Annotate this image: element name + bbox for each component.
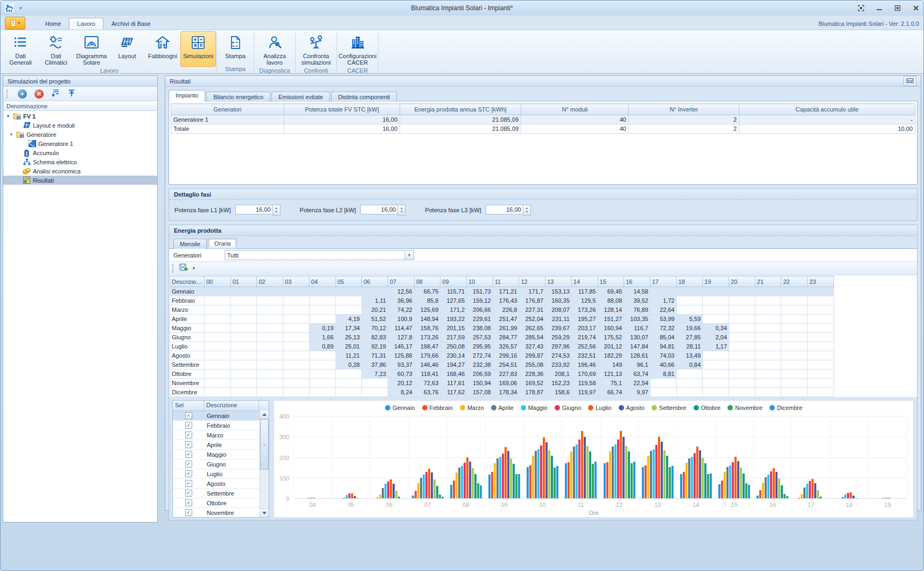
hour-column-header[interactable]: 02 [257, 276, 283, 287]
legend-item[interactable]: Novembre [727, 405, 762, 411]
hour-value-cell[interactable]: 116,7 [624, 324, 650, 333]
hour-value-cell[interactable]: 96,1 [624, 360, 650, 370]
hour-value-cell[interactable]: 66,75 [414, 287, 440, 296]
month-checkbox[interactable]: ✓ [185, 470, 192, 477]
hour-value-cell[interactable] [230, 370, 257, 379]
month-checkbox[interactable]: ✓ [185, 490, 192, 497]
hour-value-cell[interactable]: 151,73 [467, 287, 493, 296]
hour-value-cell[interactable] [335, 287, 362, 296]
month-row-label[interactable]: Novembre [170, 379, 205, 388]
hour-value-cell[interactable] [781, 388, 808, 397]
month-row-label[interactable]: Agosto [170, 351, 205, 360]
tree-node-risultati[interactable]: Risultati [3, 176, 157, 185]
tree-column-header[interactable]: Denominazione [3, 101, 157, 111]
hour-value-cell[interactable]: 145,17 [388, 342, 414, 351]
hour-value-cell[interactable] [309, 379, 335, 388]
hour-column-header[interactable]: 00 [205, 276, 231, 287]
hour-value-cell[interactable]: 252,04 [519, 315, 545, 324]
hour-value-cell[interactable]: 208,1 [545, 370, 572, 379]
inverter-cell[interactable]: 2 [629, 115, 739, 124]
hour-value-cell[interactable] [257, 370, 283, 379]
hour-value-cell[interactable]: 170,69 [571, 370, 598, 379]
month-row-label[interactable]: Maggio [170, 324, 205, 333]
hour-column-header[interactable]: 19 [703, 276, 729, 287]
hour-value-cell[interactable] [205, 351, 231, 360]
potenza-cell[interactable]: 16,00 [284, 115, 400, 124]
legend-item[interactable]: Agosto [619, 405, 645, 411]
hour-value-cell[interactable] [703, 305, 729, 315]
hour-value-cell[interactable] [808, 296, 834, 305]
month-row-label[interactable]: Marzo [170, 305, 205, 315]
accumulo-cell[interactable]: - [739, 115, 915, 124]
hour-value-cell[interactable]: 148,94 [414, 315, 440, 324]
hour-value-cell[interactable]: 252,56 [571, 342, 598, 351]
hour-value-cell[interactable] [309, 315, 335, 324]
hour-value-cell[interactable]: 206,59 [467, 370, 493, 379]
hour-value-cell[interactable]: 13,49 [676, 351, 703, 360]
hour-value-cell[interactable]: 117,62 [440, 388, 467, 397]
hour-value-cell[interactable] [283, 342, 310, 351]
hour-value-cell[interactable]: 254,51 [493, 360, 519, 370]
month-row[interactable]: Ottobre7,2360,73118,41168,46206,59227,83… [170, 370, 834, 379]
hour-value-cell[interactable]: 179,66 [414, 351, 440, 360]
hour-value-cell[interactable] [283, 305, 310, 315]
hour-value-cell[interactable]: 36,96 [388, 296, 414, 305]
fabbisogni-button[interactable]: Fabbisogni [145, 31, 180, 67]
hour-value-cell[interactable] [808, 370, 834, 379]
dati-generali-button[interactable]: Dati Generali [3, 31, 38, 67]
hour-value-cell[interactable] [729, 324, 755, 333]
hour-value-cell[interactable] [230, 305, 257, 315]
hour-value-cell[interactable]: 88,08 [598, 296, 624, 305]
hour-value-cell[interactable] [257, 315, 283, 324]
hour-value-cell[interactable]: 27,85 [676, 333, 703, 342]
hour-value-cell[interactable] [781, 360, 808, 370]
hour-value-cell[interactable]: 115,71 [440, 287, 467, 296]
hour-value-cell[interactable]: 11,21 [335, 351, 362, 360]
hour-value-cell[interactable]: 8,81 [650, 370, 676, 379]
hour-value-cell[interactable]: 40,66 [650, 360, 676, 370]
hour-value-cell[interactable] [755, 370, 781, 379]
column-header-energia-annua[interactable]: Energia prodotta annua STC [kWh] [400, 104, 521, 115]
hour-value-cell[interactable] [205, 324, 231, 333]
column-header-n-moduli[interactable]: N° moduli [521, 104, 629, 115]
hour-value-cell[interactable] [755, 324, 781, 333]
legend-item[interactable]: Ottobre [694, 405, 721, 411]
legend-item[interactable]: Settembre [652, 405, 687, 411]
hour-value-cell[interactable]: 72,63 [414, 379, 440, 388]
hour-value-cell[interactable]: 171,2 [440, 305, 467, 315]
hour-value-cell[interactable] [283, 315, 310, 324]
hour-value-cell[interactable]: 70,12 [362, 324, 388, 333]
hour-value-cell[interactable] [650, 388, 676, 397]
month-checkbox[interactable]: ✓ [185, 451, 192, 458]
hour-value-cell[interactable]: 14,58 [624, 287, 650, 296]
month-list-row[interactable]: ✓Novembre [173, 508, 269, 518]
hour-value-cell[interactable] [257, 333, 283, 342]
hour-value-cell[interactable] [230, 324, 257, 333]
hour-value-cell[interactable]: 17,34 [335, 324, 362, 333]
hour-value-cell[interactable]: 227,83 [493, 370, 519, 379]
month-checkbox[interactable]: ✓ [185, 422, 192, 429]
spinner-buttons[interactable]: ▲▼ [272, 205, 281, 215]
hour-value-cell[interactable]: 159,12 [467, 296, 493, 305]
month-list-row[interactable]: ✓Febbraio [173, 421, 269, 430]
legend-item[interactable]: Aprile [491, 405, 514, 411]
hour-column-header[interactable]: 06 [362, 276, 388, 287]
tree-node-accumulo[interactable]: Accumulo [3, 148, 157, 157]
hour-value-cell[interactable] [309, 388, 335, 397]
analizza-lavoro-button[interactable]: Analizza lavoro [255, 31, 295, 67]
table-row-totale[interactable]: Totale 16,00 21.085,09 40 2 10,00 [171, 124, 915, 134]
hour-value-cell[interactable]: 219,74 [571, 333, 598, 342]
month-row[interactable]: Dicembre8,2463,76117,62157,08178,34178,8… [170, 388, 834, 397]
tree-node-layout-e-moduli[interactable]: Layout e moduli [3, 121, 157, 130]
hour-value-cell[interactable]: 147,84 [624, 342, 650, 351]
hour-value-cell[interactable]: 2,04 [703, 333, 729, 342]
hour-value-cell[interactable]: 158,6 [545, 388, 572, 397]
hour-column-header[interactable]: 05 [335, 276, 362, 287]
hour-value-cell[interactable] [205, 342, 231, 351]
hour-value-cell[interactable]: 20,21 [362, 305, 388, 315]
hour-value-cell[interactable] [205, 370, 231, 379]
hour-value-cell[interactable]: 69,45 [598, 287, 624, 296]
month-checkbox[interactable]: ✓ [185, 441, 192, 448]
hour-value-cell[interactable] [729, 342, 755, 351]
month-list-row[interactable]: ✓Ottobre [173, 498, 269, 508]
